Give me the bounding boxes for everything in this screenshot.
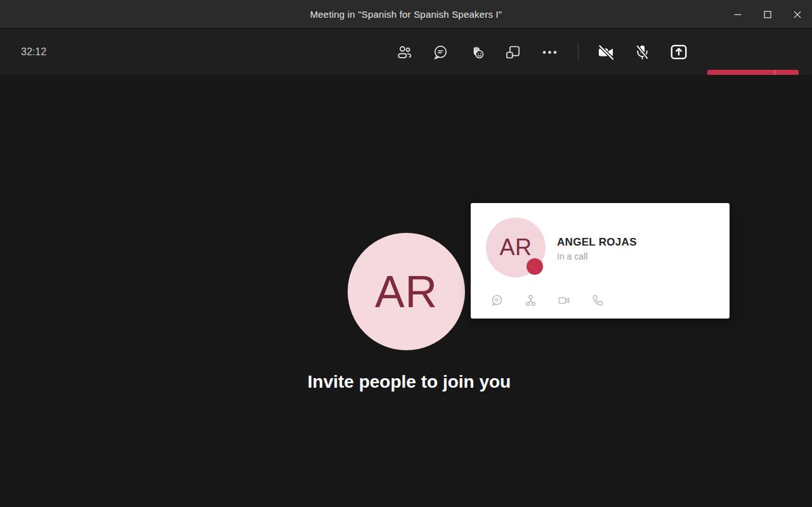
meeting-timer: 32:12: [21, 29, 46, 75]
minimize-button[interactable]: [723, 0, 752, 29]
show-conversation-button[interactable]: [426, 38, 454, 66]
minimize-icon: [730, 7, 745, 22]
toolbar-divider: [578, 43, 579, 62]
busy-status-dot: [527, 258, 543, 275]
window-controls: [723, 0, 812, 29]
more-actions-button[interactable]: [535, 38, 563, 66]
meeting-stage: AR Invite people to join you AR ANGEL RO…: [0, 75, 812, 507]
chat-icon: [432, 44, 449, 61]
org-chart-icon: [523, 293, 538, 308]
titlebar: Meeting in "Spanish for Spanish Speakers…: [0, 0, 812, 29]
meeting-toolbar: 32:12: [0, 29, 812, 75]
share-screen-button[interactable]: [665, 38, 693, 66]
close-icon: [790, 7, 805, 22]
contact-card: AR ANGEL ROJAS In a call: [471, 203, 730, 319]
invite-heading: Invite people to join you: [219, 372, 599, 392]
window-title: Meeting in "Spanish for Spanish Speakers…: [310, 9, 502, 20]
show-participants-button[interactable]: [390, 38, 418, 66]
contact-avatar: AR: [486, 218, 546, 277]
audio-call-icon: [591, 293, 605, 308]
breakout-rooms-button[interactable]: [499, 38, 527, 66]
raise-hand-reactions-button[interactable]: [463, 38, 491, 66]
maximize-icon: [760, 7, 775, 22]
share-screen-icon: [669, 43, 688, 62]
chat-icon: [490, 293, 504, 308]
video-call-icon: [557, 293, 572, 308]
camera-toggle-button[interactable]: [592, 38, 620, 66]
self-avatar-initials: AR: [375, 267, 438, 317]
contact-avatar-initials: AR: [499, 234, 532, 261]
mic-toggle-button[interactable]: [628, 38, 656, 66]
contact-name: ANGEL ROJAS: [557, 236, 637, 249]
contact-audio-call-button[interactable]: [591, 293, 605, 308]
contact-org-chart-button[interactable]: [523, 293, 538, 308]
close-button[interactable]: [782, 0, 812, 29]
mic-off-icon: [633, 43, 652, 62]
contact-actions: [490, 293, 605, 308]
participants-icon: [396, 44, 413, 61]
more-options-icon: [541, 44, 558, 61]
contact-chat-button[interactable]: [490, 293, 504, 308]
raise-hand-reactions-icon: [469, 44, 486, 61]
self-avatar: AR: [348, 233, 465, 350]
contact-status: In a call: [557, 251, 587, 261]
breakout-rooms-icon: [504, 44, 521, 61]
maximize-button[interactable]: [752, 0, 782, 29]
contact-video-call-button[interactable]: [557, 293, 572, 308]
camera-off-icon: [596, 43, 616, 62]
